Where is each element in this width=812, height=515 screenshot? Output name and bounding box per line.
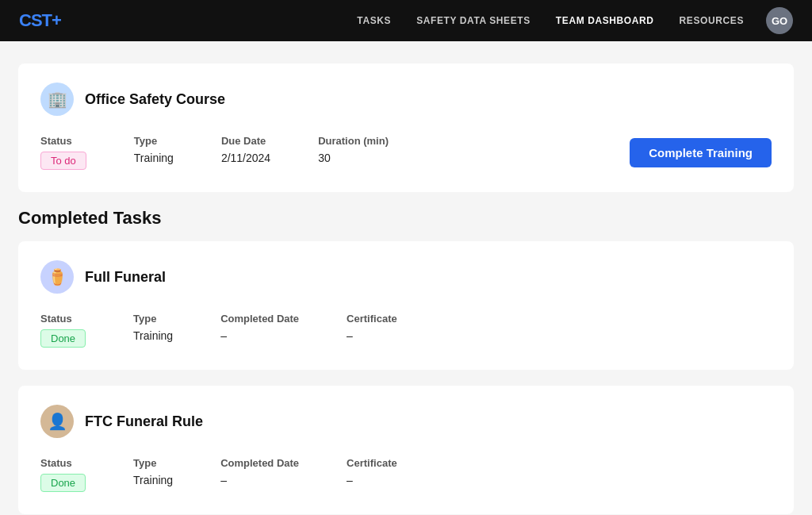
completed-date-label: Completed Date xyxy=(220,313,299,325)
status-group: Status Done xyxy=(40,457,86,492)
duration-label: Duration (min) xyxy=(318,135,389,147)
task-avatar: 👤 xyxy=(40,405,74,438)
certificate-group: Certificate – xyxy=(347,313,397,342)
type-value: Training xyxy=(133,474,173,486)
nav-resources[interactable]: RESOURCES xyxy=(680,15,744,26)
task-title: Full Funeral xyxy=(85,269,166,286)
completed-date-group: Completed Date – xyxy=(220,313,299,342)
completed-date-value: – xyxy=(220,474,299,486)
duration-group: Duration (min) 30 xyxy=(318,135,389,164)
type-value: Training xyxy=(133,329,173,342)
type-group: Type Training xyxy=(133,313,173,342)
completed-task-card: 👤 FTC Funeral Rule Status Done Type Trai… xyxy=(18,386,794,514)
certificate-group: Certificate – xyxy=(347,457,397,486)
type-label: Type xyxy=(133,313,173,325)
card-header: 🏢 Office Safety Course xyxy=(40,83,772,116)
completed-date-value: – xyxy=(220,329,299,342)
status-badge: To do xyxy=(40,152,86,170)
complete-training-button[interactable]: Complete Training xyxy=(630,138,772,167)
due-date-label: Due Date xyxy=(221,135,270,147)
app-logo: CST+ xyxy=(19,10,61,31)
main-content: 🏢 Office Safety Course Status To do Type… xyxy=(6,41,806,515)
due-date-value: 2/11/2024 xyxy=(221,152,270,164)
task-title: FTC Funeral Rule xyxy=(85,413,203,430)
status-group: Status Done xyxy=(40,313,86,348)
completed-tasks-list: ⚱️ Full Funeral Status Done Type Trainin… xyxy=(18,241,794,514)
completed-date-label: Completed Date xyxy=(220,457,299,469)
type-label: Type xyxy=(133,457,173,469)
status-badge: Done xyxy=(40,329,86,348)
duration-value: 30 xyxy=(318,152,389,164)
task-title: Office Safety Course xyxy=(85,91,225,108)
type-label: Type xyxy=(134,135,174,147)
status-label: Status xyxy=(40,313,86,325)
completed-section-title: Completed Tasks xyxy=(18,208,794,229)
nav-links: TASKS SAFETY DATA SHEETS TEAM DASHBOARD … xyxy=(357,15,744,26)
card-header: 👤 FTC Funeral Rule xyxy=(40,405,772,438)
type-group: Type Training xyxy=(133,457,173,486)
status-badge: Done xyxy=(40,474,86,492)
task-avatar: 🏢 xyxy=(40,83,74,116)
card-header: ⚱️ Full Funeral xyxy=(40,260,772,294)
type-value: Training xyxy=(134,152,174,164)
status-label: Status xyxy=(40,457,86,469)
task-meta: Status To do Type Training Due Date 2/11… xyxy=(40,135,630,170)
certificate-value: – xyxy=(347,329,397,342)
completed-date-group: Completed Date – xyxy=(220,457,299,486)
task-meta: Status Done Type Training Completed Date… xyxy=(40,313,772,348)
logo-plus: + xyxy=(52,10,61,30)
nav-team-dashboard[interactable]: TEAM DASHBOARD xyxy=(556,15,654,26)
status-group: Status To do xyxy=(40,135,86,170)
due-date-group: Due Date 2/11/2024 xyxy=(221,135,270,164)
status-label: Status xyxy=(40,135,86,147)
task-meta-row: Status To do Type Training Due Date 2/11… xyxy=(40,135,772,170)
navbar: CST+ TASKS SAFETY DATA SHEETS TEAM DASHB… xyxy=(0,0,812,41)
logo-text: CST xyxy=(19,10,52,30)
certificate-value: – xyxy=(347,474,397,486)
nav-safety-data-sheets[interactable]: SAFETY DATA SHEETS xyxy=(416,15,530,26)
certificate-label: Certificate xyxy=(347,313,397,325)
task-avatar: ⚱️ xyxy=(40,260,74,294)
active-task-card: 🏢 Office Safety Course Status To do Type… xyxy=(18,63,794,192)
task-meta: Status Done Type Training Completed Date… xyxy=(40,457,772,492)
completed-task-card: ⚱️ Full Funeral Status Done Type Trainin… xyxy=(18,241,794,370)
certificate-label: Certificate xyxy=(347,457,397,469)
user-avatar[interactable]: GO xyxy=(766,7,793,34)
type-group: Type Training xyxy=(134,135,174,164)
nav-tasks[interactable]: TASKS xyxy=(357,15,391,26)
